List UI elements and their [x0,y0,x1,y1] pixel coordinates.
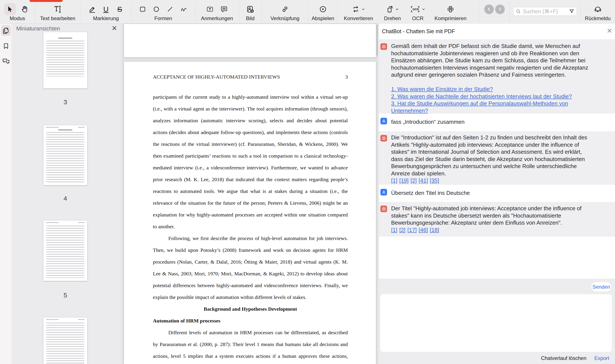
chevron-down-icon [395,7,399,11]
thumbnails-tab-button[interactable] [1,25,11,36]
link-button[interactable] [279,3,291,15]
thumbnail-page-4[interactable] [43,125,87,185]
back-button[interactable] [484,4,494,14]
pdf-running-head-text: ACCEPTANCE OF HIGHLY-AUTOMATED INTERVIEW… [153,74,280,80]
hand-icon [21,5,28,13]
chat-message-bot: Die "Introduction" ist auf den Seiten 1-… [379,131,615,185]
search-input[interactable] [523,8,567,14]
chatbot-close-button[interactable]: ✕ [607,27,613,34]
convert-button[interactable] [349,3,368,15]
thumbnail-label-5: 5 [43,292,87,299]
toolbar-label-modus: Modus [0,15,35,21]
pages-icon [2,27,10,34]
edit-text-button[interactable] [52,3,63,15]
citation-link[interactable]: [35] [430,177,439,184]
highlight-button[interactable] [87,3,97,15]
chat-message-text: Der Titel "Highly-automated job intervie… [391,205,589,234]
bookmarks-tab-button[interactable] [1,41,11,52]
toolbar-label-bild: Bild [239,15,262,21]
citation-link[interactable]: [1] [391,227,397,233]
thumbnails-close-button[interactable]: ✕ [112,25,117,32]
toolbar-group-komprimieren: Komprimieren [430,0,471,24]
pdf-running-head: ACCEPTANCE OF HIGHLY-AUTOMATED INTERVIEW… [153,74,348,80]
suggested-question-link[interactable]: 3. Hat die Studie Auswirkungen auf die P… [391,100,568,114]
ellipse-shape-button[interactable] [152,3,161,15]
insert-image-button[interactable] [244,3,256,15]
rectangle-shape-button[interactable] [138,3,147,15]
thumbnail-page-3[interactable] [43,32,87,89]
suggested-question-link[interactable]: 1. Was waren die Einsätze in der Studie? [391,86,493,92]
send-button[interactable]: Senden [591,282,611,291]
chat-input-field[interactable] [380,294,612,352]
link-icon [281,5,289,13]
pdf-line: Following, we first describe the process… [153,233,348,244]
clear-chat-button[interactable]: Chatverlauf löschen [541,355,587,361]
citation-link[interactable]: [18] [430,227,439,233]
bot-avatar [380,206,387,212]
comment-annotation-button[interactable] [219,3,229,15]
citation-link[interactable]: [46] [419,227,428,233]
toolbar-group-abspielen: Abspielen [308,0,337,24]
line-shape-button[interactable] [165,3,175,15]
compress-button[interactable] [445,3,456,15]
ocr-button[interactable]: OCR [408,3,427,15]
filter-icon[interactable] [569,9,574,14]
citation-link[interactable]: [1] [391,177,397,184]
robot-icon [381,136,386,141]
toolbar-label-komprimieren: Komprimieren [430,15,471,21]
toolbar-label-anmerkungen: Anmerkungen [195,15,239,21]
toolbar-group-anmerkungen: Anmerkungen [195,0,239,24]
pdf-page-3: ACCEPTANCE OF HIGHLY-AUTOMATED INTERVIEW… [124,62,376,364]
strikethrough-button[interactable]: S [115,3,125,15]
forward-button[interactable] [495,4,505,14]
feedback-button[interactable] [592,3,604,15]
toolbar-group-feedback: Rückmeldu [580,0,615,24]
pdf-line: then examined participants’ reactions to… [153,150,348,162]
play-icon [319,5,327,13]
citation-link[interactable]: [19] [399,177,408,184]
underline-button[interactable]: U [101,3,111,15]
citation-link[interactable]: [2] [399,227,405,233]
user-avatar [380,189,387,195]
citation-links: [1][19][2][41][35] [391,177,589,184]
rotate-icon [386,5,394,13]
robot-icon [381,207,386,211]
pdf-line: reactions to automated tools. We argue t… [153,185,348,197]
toolbar-label-abspielen: Abspielen [308,15,337,21]
citation-link[interactable]: [2] [410,177,417,184]
pdf-line: mediated interview (i.e., a videoconfere… [153,162,348,174]
play-button[interactable] [317,3,329,15]
chat-message-text: Übersetz den Titel ins Deutsche [391,190,589,197]
toolbar-label-feedback: Rückmeldu [580,15,615,21]
pdf-line: explanation for why highly-automated pro… [153,209,348,221]
thumbnail-page-5[interactable] [43,221,87,281]
pdf-line: the reactions of the virtual interviewer… [153,138,348,150]
hand-mode-button[interactable] [19,3,30,15]
pdf-line: to another. [153,221,348,233]
strikethrough-icon: S [117,6,122,13]
pdf-line: actions (decides about adequate follow-u… [153,127,348,138]
citation-link[interactable]: [41] [419,177,428,184]
chatbot-title: ChatBot - Chatten Sie mit PDF [382,28,455,35]
chatbot-panel: ChatBot - Chatten Sie mit PDF ✕ Gemäß de… [379,24,615,364]
thumbnails-panel: Miniaturansichten ✕ 3 4 5 [12,24,121,364]
rotate-button[interactable] [383,3,401,15]
text-annotation-button[interactable] [205,3,215,15]
main-scrollbar-thumb[interactable] [377,25,378,56]
freehand-draw-button[interactable] [179,3,188,15]
select-mode-button[interactable] [4,3,16,15]
chat-message-bot: Der Titel "Highly-automated job intervie… [379,202,615,237]
pdf-line: Then, we build upon Potosky’s (2008) fra… [153,244,348,256]
chat-bubbles-icon [2,57,10,65]
suggested-questions: 1. Was waren die Einsätze in der Studie?… [391,86,601,114]
toolbar-label-formen: Formen [131,15,195,21]
toolbar-group-modus: Modus [0,0,35,24]
citation-link[interactable]: [17] [407,227,417,233]
export-link[interactable]: Export [594,355,609,361]
thumbnail-page-6[interactable] [43,318,87,364]
chat-input-area: Senden Chatverlauf löschen Export [379,279,615,364]
search-box[interactable] [513,7,577,16]
comments-tab-button[interactable] [1,56,11,66]
search-icon [516,9,521,14]
suggested-question-link[interactable]: 2. Was waren die Nachteile der hochatisi… [391,93,572,100]
